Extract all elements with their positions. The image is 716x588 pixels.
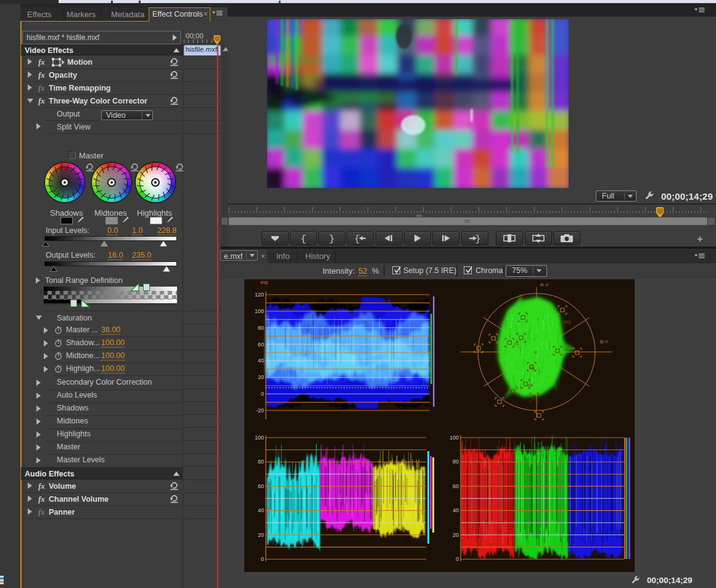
svg-text:IRE: IRE (260, 280, 268, 285)
svg-text:20: 20 (453, 532, 459, 538)
svg-text:80: 80 (258, 459, 264, 465)
svg-text:{: { (300, 234, 306, 245)
svg-text:B-Y: B-Y (600, 339, 609, 345)
svg-text:120: 120 (255, 292, 264, 298)
svg-text:60: 60 (453, 483, 459, 489)
svg-text:{: { (355, 234, 360, 244)
svg-text:60: 60 (258, 341, 264, 348)
svg-text:0: 0 (261, 556, 264, 562)
svg-text:20: 20 (258, 532, 264, 538)
svg-text:60: 60 (258, 483, 264, 489)
svg-text:20: 20 (258, 374, 264, 380)
svg-text:Ya: Ya (527, 382, 533, 388)
svg-text:40: 40 (258, 507, 264, 513)
svg-text:MG: MG (563, 319, 571, 325)
svg-text:40: 40 (453, 507, 459, 513)
svg-text:80: 80 (453, 459, 459, 465)
svg-text:100: 100 (255, 308, 264, 314)
svg-text:0: 0 (261, 391, 264, 397)
svg-text:K: K (535, 350, 538, 354)
svg-text:YL: YL (514, 341, 520, 346)
svg-text:80: 80 (258, 325, 264, 331)
svg-text:Kg: Kg (529, 365, 535, 370)
svg-text:40: 40 (258, 357, 264, 364)
svg-text:-20: -20 (256, 407, 264, 414)
svg-text:100: 100 (255, 435, 264, 441)
svg-text:}: } (329, 234, 334, 245)
svg-text:}: } (475, 234, 480, 244)
svg-text:100: 100 (450, 435, 459, 441)
svg-text:0: 0 (456, 556, 459, 562)
svg-text:R-Y: R-Y (540, 282, 549, 288)
